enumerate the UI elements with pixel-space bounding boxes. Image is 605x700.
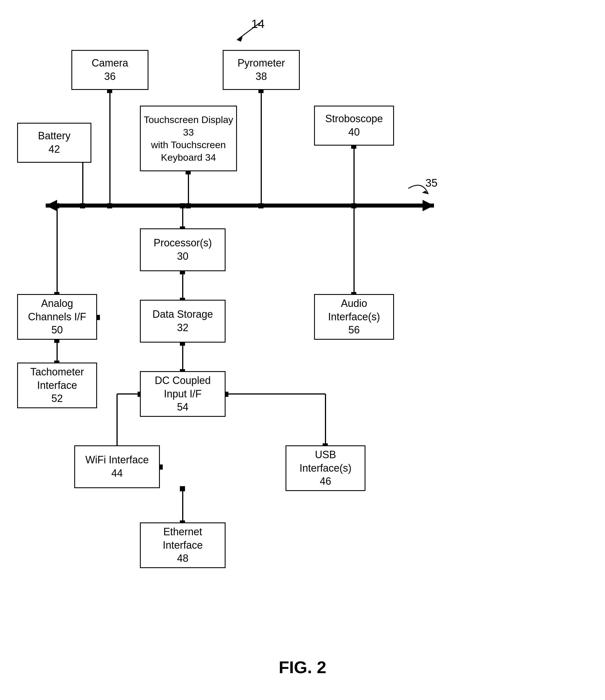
- usb-interface-box: USBInterface(s)46: [285, 445, 365, 491]
- svg-marker-6: [423, 200, 434, 211]
- svg-line-56: [237, 23, 260, 40]
- ethernet-interface-label: EthernetInterface48: [163, 525, 203, 565]
- stroboscope-label: Stroboscope40: [325, 112, 383, 139]
- wifi-interface-label: WiFi Interface44: [85, 453, 149, 480]
- svg-rect-53: [180, 486, 185, 491]
- connection-lines: [0, 0, 605, 700]
- svg-rect-22: [351, 203, 356, 208]
- svg-rect-9: [107, 203, 112, 208]
- dc-coupled-box: DC CoupledInput I/F54: [140, 371, 226, 417]
- svg-rect-15: [185, 203, 191, 208]
- audio-interface-label: AudioInterface(s)56: [328, 297, 380, 337]
- svg-rect-12: [258, 203, 263, 208]
- processor-label: Processor(s)30: [154, 236, 212, 263]
- analog-channels-label: AnalogChannels I/F50: [28, 297, 86, 337]
- processor-box: Processor(s)30: [140, 228, 226, 271]
- reference-arrow-14: [228, 20, 263, 43]
- camera-label: Camera36: [92, 56, 128, 83]
- tachometer-box: TachometerInterface52: [17, 362, 97, 408]
- dc-coupled-label: DC CoupledInput I/F54: [155, 374, 211, 414]
- battery-box: Battery42: [17, 123, 91, 163]
- camera-box: Camera36: [71, 50, 149, 90]
- pyrometer-label: Pyrometer38: [237, 56, 285, 83]
- svg-marker-5: [46, 200, 57, 211]
- usb-interface-label: USBInterface(s)46: [300, 448, 351, 488]
- svg-rect-24: [180, 203, 185, 208]
- svg-rect-18: [80, 203, 85, 208]
- data-storage-box: Data Storage32: [140, 300, 226, 343]
- svg-marker-55: [422, 191, 428, 194]
- analog-channels-box: AnalogChannels I/F50: [17, 294, 97, 340]
- pyrometer-box: Pyrometer38: [223, 50, 300, 90]
- diagram: 14 35 Camera36 Pyrometer38 Touchscreen D…: [0, 0, 605, 700]
- battery-label: Battery42: [38, 129, 71, 156]
- stroboscope-box: Stroboscope40: [314, 106, 394, 146]
- touchscreen-label: Touchscreen Display 33with TouchscreenKe…: [141, 113, 236, 164]
- tachometer-label: TachometerInterface52: [30, 366, 84, 405]
- touchscreen-box: Touchscreen Display 33with TouchscreenKe…: [140, 106, 237, 171]
- bus-label-35: 35: [425, 177, 437, 189]
- svg-rect-30: [54, 203, 59, 208]
- ethernet-interface-box: EthernetInterface48: [140, 522, 226, 568]
- audio-interface-box: AudioInterface(s)56: [314, 294, 394, 340]
- wifi-interface-box: WiFi Interface44: [74, 445, 160, 488]
- figure-caption: FIG. 2: [279, 657, 326, 677]
- data-storage-label: Data Storage32: [152, 308, 213, 334]
